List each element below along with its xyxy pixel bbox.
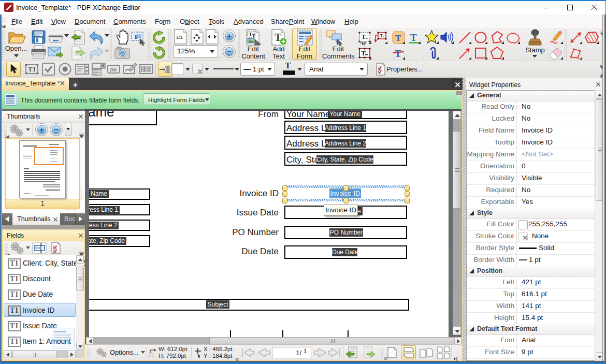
svg-text:OK: OK [110,67,117,72]
svg-text:T: T [395,48,401,59]
svg-text:T: T [362,49,366,57]
svg-text:T: T [380,33,383,38]
svg-text:1:1: 1:1 [176,35,183,40]
svg-text:TI: TI [28,65,36,73]
svg-text:T: T [362,33,366,40]
svg-text:T: T [410,32,417,43]
svg-text:T: T [395,33,401,43]
svg-text:T: T [252,34,255,38]
